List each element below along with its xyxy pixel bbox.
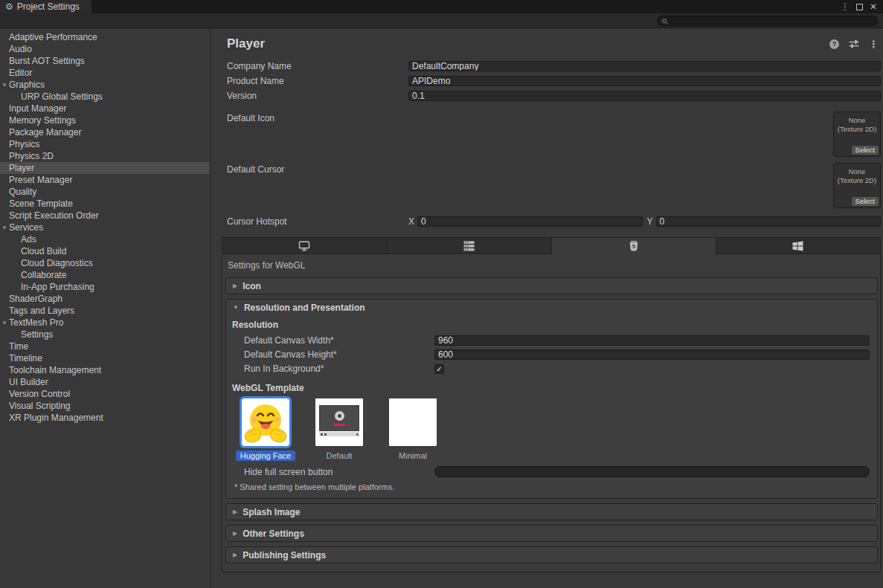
sidebar-item-label: URP Global Settings bbox=[21, 91, 103, 102]
sidebar-item-adaptive-performance[interactable]: Adaptive Performance bbox=[0, 31, 210, 43]
sidebar-item-label: Player bbox=[9, 163, 34, 173]
section-resolution-header[interactable]: ▼ Resolution and Presentation bbox=[226, 300, 877, 315]
tab-webgl[interactable]: 5 bbox=[552, 238, 716, 254]
template-thumbnail[interactable] bbox=[242, 398, 289, 446]
template-thumbnail[interactable] bbox=[389, 398, 437, 446]
sidebar-item-input-manager[interactable]: Input Manager bbox=[0, 103, 210, 114]
hotspot-x-input[interactable] bbox=[417, 216, 643, 227]
sidebar-item-player[interactable]: Player bbox=[0, 162, 210, 174]
sidebar-item-label: Audio bbox=[9, 44, 32, 54]
sidebar-item-preset-manager[interactable]: Preset Manager bbox=[0, 174, 210, 186]
section-splash-header[interactable]: ▶ Splash Image bbox=[226, 504, 877, 520]
hide-fullscreen-input[interactable] bbox=[434, 466, 870, 477]
section-other-settings: ▶ Other Settings bbox=[225, 525, 878, 542]
sidebar-item-tags-and-layers[interactable]: Tags and Layers bbox=[0, 305, 210, 317]
canvas-height-input[interactable] bbox=[434, 349, 870, 360]
window-menu-icon[interactable]: ⋮ bbox=[841, 2, 850, 11]
template-label: Default bbox=[327, 451, 353, 460]
default-cursor-select-button[interactable]: Select bbox=[852, 197, 879, 206]
company-name-input[interactable] bbox=[408, 61, 881, 71]
sidebar-item-urp-global-settings[interactable]: URP Global Settings bbox=[0, 91, 210, 103]
foldout-expanded-icon[interactable]: ▼ bbox=[1, 80, 7, 91]
sidebar-item-package-manager[interactable]: Package Manager bbox=[0, 126, 210, 138]
sidebar-item-label: Quality bbox=[9, 187, 36, 197]
run-in-background-checkbox[interactable]: ✓ bbox=[434, 364, 444, 374]
sidebar-item-services[interactable]: ▼Services bbox=[0, 222, 210, 233]
close-icon[interactable]: ✕ bbox=[870, 2, 877, 11]
sidebar-item-timeline[interactable]: Timeline bbox=[0, 352, 210, 364]
sidebar-item-version-control[interactable]: Version Control bbox=[0, 388, 210, 400]
webgl-template-minimal[interactable]: Minimal bbox=[381, 398, 445, 460]
product-name-input[interactable] bbox=[408, 76, 881, 86]
foldout-collapsed-icon: ▶ bbox=[233, 530, 237, 537]
window-controls: ⋮ ✕ bbox=[841, 0, 883, 13]
search-icon bbox=[662, 19, 667, 23]
sidebar-item-textmesh-pro[interactable]: ▼TextMesh Pro bbox=[0, 317, 210, 329]
webgl-template-default[interactable]: Default bbox=[307, 398, 371, 460]
hotspot-y-input[interactable] bbox=[656, 216, 882, 227]
sidebar-item-ui-builder[interactable]: UI Builder bbox=[0, 376, 210, 388]
section-other-header[interactable]: ▶ Other Settings bbox=[226, 526, 877, 541]
html5-icon: 5 bbox=[629, 240, 639, 253]
sidebar-item-shadergraph[interactable]: ShaderGraph bbox=[0, 293, 210, 305]
sidebar-item-label: Timeline bbox=[9, 353, 42, 364]
sidebar-item-label: Preset Manager bbox=[9, 175, 72, 185]
tab-standalone[interactable] bbox=[222, 238, 387, 254]
default-icon-row: Default Icon None (Texture 2D) Select bbox=[227, 112, 881, 163]
canvas-width-input[interactable] bbox=[434, 335, 870, 346]
sidebar-item-burst-aot-settings[interactable]: Burst AOT Settings bbox=[0, 55, 210, 67]
section-icon-header[interactable]: ▶ Icon bbox=[226, 278, 877, 294]
sidebar-item-label: Package Manager bbox=[9, 127, 81, 138]
sidebar-item-collaborate[interactable]: Collaborate bbox=[0, 269, 210, 281]
help-icon[interactable]: ? bbox=[829, 39, 839, 49]
sidebar-item-label: Version Control bbox=[9, 389, 70, 399]
maximize-icon[interactable] bbox=[856, 4, 863, 10]
presets-icon[interactable] bbox=[849, 39, 859, 48]
sidebar-item-label: Collaborate bbox=[21, 270, 66, 280]
sidebar-item-memory-settings[interactable]: Memory Settings bbox=[0, 114, 210, 126]
sidebar-item-ads[interactable]: Ads bbox=[0, 233, 210, 245]
sidebar-item-settings[interactable]: Settings bbox=[0, 329, 210, 340]
svg-text:5: 5 bbox=[632, 243, 635, 250]
tab-windows-store[interactable] bbox=[716, 238, 880, 254]
sidebar-item-visual-scripting[interactable]: Visual Scripting bbox=[0, 400, 210, 412]
sidebar-item-label: Cloud Build bbox=[21, 246, 66, 256]
more-options-icon[interactable]: ⋮ bbox=[869, 39, 879, 49]
webgl-template-hugging-face[interactable]: Hugging Face bbox=[234, 398, 298, 460]
sidebar-item-cloud-build[interactable]: Cloud Build bbox=[0, 245, 210, 257]
tab-dedicated-server[interactable] bbox=[387, 238, 551, 254]
sidebar-item-physics[interactable]: Physics bbox=[0, 138, 210, 150]
sidebar-item-physics-2d[interactable]: Physics 2D bbox=[0, 150, 210, 162]
sidebar-item-scene-template[interactable]: Scene Template bbox=[0, 198, 210, 210]
run-in-background-label: Run In Background* bbox=[232, 364, 434, 374]
sidebar-item-time[interactable]: Time bbox=[0, 340, 210, 352]
section-icon: ▶ Icon bbox=[225, 277, 878, 294]
sidebar-item-toolchain-management[interactable]: Toolchain Management bbox=[0, 364, 210, 376]
hide-fullscreen-row: Hide full screen button bbox=[232, 466, 870, 477]
default-cursor-object-field[interactable]: None (Texture 2D) Select bbox=[833, 163, 881, 208]
sidebar-item-in-app-purchasing[interactable]: In-App Purchasing bbox=[0, 281, 210, 293]
section-publishing-header[interactable]: ▶ Publishing Settings bbox=[226, 547, 877, 563]
default-icon-select-button[interactable]: Select bbox=[852, 146, 879, 155]
default-icon-object-field[interactable]: None (Texture 2D) Select bbox=[833, 112, 881, 157]
foldout-expanded-icon: ▼ bbox=[233, 304, 239, 311]
window-title: Project Settings bbox=[17, 1, 80, 12]
sidebar-item-script-execution-order[interactable]: Script Execution Order bbox=[0, 210, 210, 222]
foldout-expanded-icon[interactable]: ▼ bbox=[1, 222, 7, 234]
sidebar-item-label: Ads bbox=[21, 234, 36, 245]
sidebar-item-label: Input Manager bbox=[9, 103, 66, 114]
platform-tabbar: 5 bbox=[222, 238, 880, 254]
sidebar-item-audio[interactable]: Audio bbox=[0, 43, 210, 55]
sidebar-item-cloud-diagnostics[interactable]: Cloud Diagnostics bbox=[0, 257, 210, 269]
template-thumbnail[interactable] bbox=[315, 398, 363, 446]
sidebar-item-xr-plugin-management[interactable]: XR Plugin Management bbox=[0, 412, 210, 424]
foldout-expanded-icon[interactable]: ▼ bbox=[1, 317, 7, 329]
window-tab-project-settings[interactable]: ⚙ Project Settings bbox=[0, 0, 91, 13]
sidebar-item-quality[interactable]: Quality bbox=[0, 186, 210, 198]
sidebar-item-editor[interactable]: Editor bbox=[0, 67, 210, 79]
sidebar-item-graphics[interactable]: ▼Graphics bbox=[0, 79, 210, 91]
version-input[interactable] bbox=[408, 91, 881, 101]
section-splash-image: ▶ Splash Image bbox=[225, 503, 878, 520]
search-field[interactable] bbox=[657, 16, 878, 26]
search-input[interactable] bbox=[670, 16, 873, 25]
